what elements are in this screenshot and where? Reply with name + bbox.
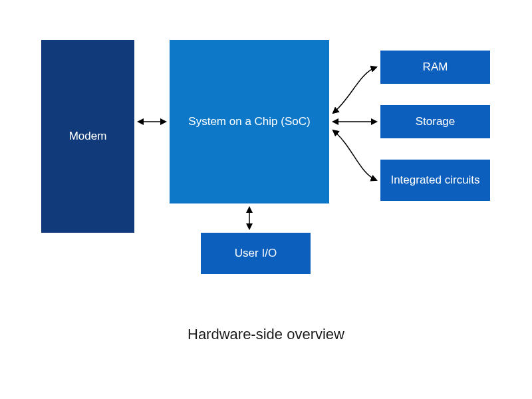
ic-box: Integrated circuits xyxy=(380,160,490,201)
storage-label: Storage xyxy=(416,114,456,129)
userio-box: User I/O xyxy=(201,233,311,274)
storage-box: Storage xyxy=(380,105,490,138)
soc-label: System on a Chip (SoC) xyxy=(188,114,310,129)
ram-label: RAM xyxy=(423,60,448,74)
diagram-caption: Hardware-side overview xyxy=(0,326,532,343)
arrow-soc-ic xyxy=(333,130,376,180)
ic-label: Integrated circuits xyxy=(390,173,479,188)
ram-box: RAM xyxy=(380,51,490,84)
userio-label: User I/O xyxy=(235,246,277,261)
arrow-soc-ram xyxy=(333,67,376,113)
modem-label: Modem xyxy=(69,129,107,144)
modem-box: Modem xyxy=(41,40,134,233)
soc-box: System on a Chip (SoC) xyxy=(170,40,329,203)
